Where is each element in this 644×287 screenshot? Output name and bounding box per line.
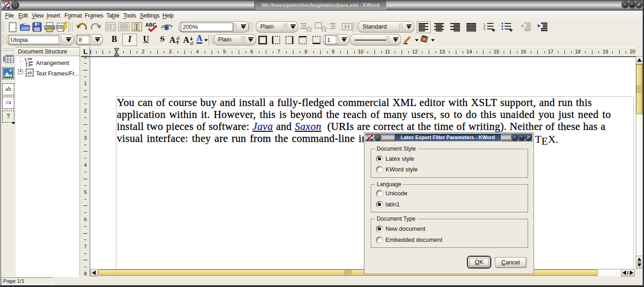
svg-text:aI: aI <box>176 35 180 41</box>
svg-text:I: I <box>3 56 5 63</box>
svg-text:aI: aI <box>190 41 194 45</box>
svg-text:3.: 3. <box>483 28 486 30</box>
svg-text:A: A <box>169 35 176 45</box>
svg-text:1.2: 1.2 <box>25 63 30 67</box>
svg-text:A: A <box>183 35 190 45</box>
